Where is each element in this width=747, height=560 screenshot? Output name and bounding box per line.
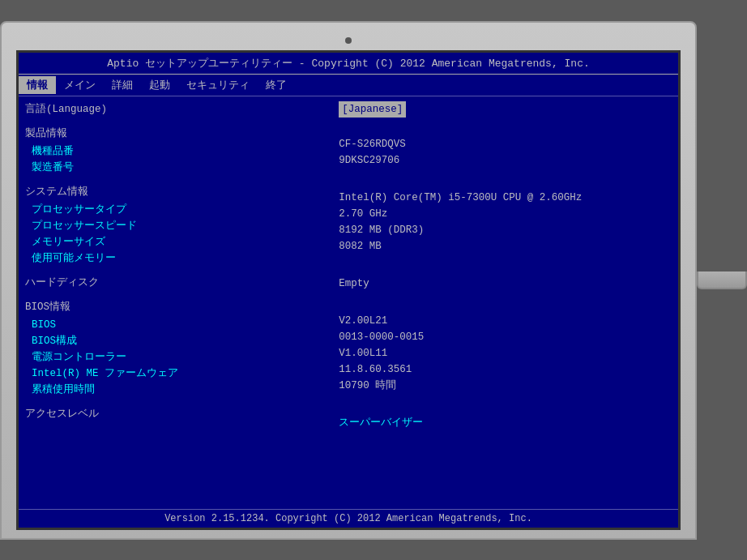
power-controller-value: V1.00L11	[339, 345, 672, 361]
nav-item-exit[interactable]: 終了	[258, 76, 295, 94]
bios-section: BIOS情報	[25, 299, 332, 315]
hdd-value: Empty	[339, 276, 672, 292]
intel-me-label: Intel(R) ME ファームウェア	[25, 365, 332, 382]
product-section: 製品情報	[25, 126, 332, 142]
nav-item-main[interactable]: メイン	[56, 76, 104, 94]
access-section: アクセスレベル	[25, 406, 332, 422]
cpu-speed-value: 2.70 GHz	[339, 206, 672, 222]
bios-value: V2.00L21	[339, 313, 672, 329]
power-controller-label: 電源コントローラー	[25, 349, 332, 365]
cpu-speed-label: プロセッサースピード	[25, 218, 332, 234]
usage-time-label: 累積使用時間	[25, 382, 332, 398]
cpu-type-label: プロセッサータイプ	[25, 202, 332, 218]
language-label: 言語(Language)	[25, 101, 332, 118]
memory-value: 8192 MB (DDR3)	[339, 222, 672, 238]
model-label: 機種品番	[25, 143, 332, 160]
nav-item-detail[interactable]: 詳細	[104, 76, 141, 94]
nav-item-info[interactable]: 情報	[19, 76, 56, 94]
serial-label: 製造番号	[25, 160, 332, 176]
usable-memory-value: 8082 MB	[339, 238, 672, 254]
language-value: [Japanese]	[339, 101, 672, 118]
nav-item-boot[interactable]: 起動	[141, 76, 178, 94]
bios-content: 言語(Language) 製品情報 機種品番 製造番号 システム情報 プロセッサ…	[19, 96, 678, 509]
model-value: CF-S26RDQVS	[339, 136, 672, 152]
system-section: システム情報	[25, 184, 332, 200]
memory-label: メモリーサイズ	[25, 234, 332, 250]
hdd-section: ハードディスク	[25, 275, 332, 291]
laptop-bottom	[697, 271, 747, 289]
usable-memory-label: 使用可能メモリー	[25, 250, 332, 267]
footer-text: Version 2.15.1234. Copyright (C) 2012 Am…	[164, 513, 532, 524]
camera	[345, 37, 352, 44]
left-panel: 言語(Language) 製品情報 機種品番 製造番号 システム情報 プロセッサ…	[25, 101, 332, 504]
bios-footer: Version 2.15.1234. Copyright (C) 2012 Am…	[19, 509, 678, 528]
intel-me-value: 11.8.60.3561	[339, 361, 672, 378]
bios-label: BIOS	[25, 317, 332, 333]
right-panel: [Japanese] - CF-S26RDQVS 9DKSC29706 - In…	[339, 101, 672, 504]
cpu-type-value: Intel(R) Core(TM) i5-7300U CPU @ 2.60GHz	[339, 190, 672, 206]
bios-config-label: BIOS構成	[25, 333, 332, 349]
nav-item-security[interactable]: セキュリティ	[178, 76, 258, 94]
serial-value: 9DKSC29706	[339, 152, 672, 169]
bios-header: Aptio セットアップユーティリティー - Copyright (C) 201…	[19, 53, 678, 75]
usage-time-value: 10790 時間	[339, 378, 672, 394]
nav-bar: 情報 メイン 詳細 起動 セキュリティ 終了	[19, 75, 678, 96]
header-title: Aptio セットアップユーティリティー - Copyright (C) 201…	[107, 58, 589, 70]
access-value: スーパーバイザー	[339, 415, 672, 431]
bios-config-value: 0013-0000-0015	[339, 329, 672, 345]
